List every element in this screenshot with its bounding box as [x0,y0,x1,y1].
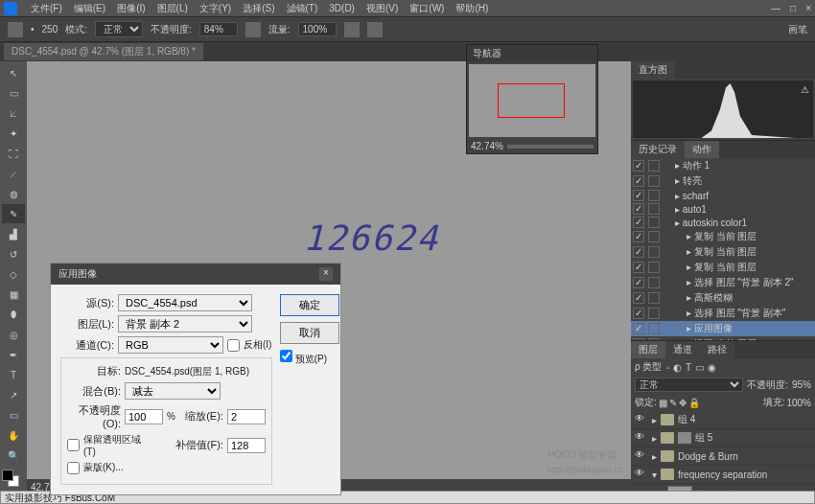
dlg-opacity-input[interactable] [125,409,163,424]
menu-window[interactable]: 窗口(W) [404,0,450,17]
path-tool[interactable]: ↗ [2,385,25,404]
action-item[interactable]: ✓▸ autoskin color1 [631,216,815,229]
blend-mode-select[interactable]: 正常 [95,21,143,37]
flow-input[interactable] [298,22,337,36]
visibility-icon[interactable]: 👁 [635,431,648,445]
preview-checkbox[interactable] [280,350,292,362]
pen-tool[interactable]: ✒ [2,345,25,364]
eraser-tool[interactable]: ◇ [2,264,25,284]
lasso-tool[interactable]: ⟀ [2,103,25,123]
document-tab[interactable]: DSC_4554.psd @ 42.7% (图层 1, RGB/8) * [4,43,203,60]
source-select[interactable]: DSC_4554.psd [118,294,252,311]
blend-select[interactable]: 减去 [125,382,221,400]
eyedropper-tool[interactable]: ⟋ [2,164,25,183]
menu-help[interactable]: 帮助(H) [450,0,494,17]
menu-filter[interactable]: 滤镜(T) [281,0,324,17]
layer-row[interactable]: 👁▸Dodge & Burn [631,447,815,466]
lock-position-icon[interactable]: ✥ [679,398,687,408]
heal-tool[interactable]: ◍ [2,184,25,203]
tab-history[interactable]: 历史记录 [631,141,685,158]
invert-checkbox[interactable] [227,339,240,352]
brush-icon[interactable] [8,22,23,37]
menu-edit[interactable]: 编辑(E) [68,0,111,17]
window-maximize[interactable]: □ [790,3,796,13]
crop-tool[interactable]: ⛶ [2,144,25,163]
menu-type[interactable]: 文字(Y) [194,0,237,17]
color-swatch[interactable] [2,470,21,487]
layer-fill[interactable]: 100% [786,398,811,408]
hand-tool[interactable]: ✋ [2,425,25,445]
action-item[interactable]: ✓▸ 动作 1 [631,158,815,173]
move-tool[interactable]: ↖ [2,63,25,82]
action-item[interactable]: ✓▸ 设置 当前 图层 [631,336,815,340]
lock-transparent-icon[interactable]: ▦ [659,398,667,408]
menu-image[interactable]: 图像(I) [111,0,151,17]
visibility-icon[interactable]: 👁 [635,449,648,463]
marquee-tool[interactable]: ▭ [2,83,25,103]
stamp-tool[interactable]: ▟ [2,224,25,243]
navigator-panel[interactable]: 导航器 42.74% [466,44,598,154]
pressure-opacity-icon[interactable] [245,22,261,37]
menu-view[interactable]: 视图(V) [361,0,404,17]
opacity-input[interactable] [199,22,238,36]
airbrush-icon[interactable] [344,22,360,37]
zoom-tool[interactable]: 🔍 [2,446,25,465]
window-minimize[interactable]: — [771,3,780,13]
offset-label: 补偿值(F): [173,438,223,452]
menu-select[interactable]: 选择(S) [237,0,280,17]
action-item[interactable]: ✓▸ 应用图像 [631,321,815,336]
history-brush-tool[interactable]: ↺ [2,244,25,263]
scale-label: 缩放(E): [179,409,223,424]
cancel-button[interactable]: 取消 [280,322,339,344]
menu-file[interactable]: 文件(F) [25,0,68,17]
lock-all-icon[interactable]: 🔒 [688,398,700,408]
visibility-icon[interactable]: 👁 [635,468,648,481]
dodge-tool[interactable]: ◎ [2,325,25,344]
action-item[interactable]: ✓▸ scharf [631,189,815,202]
channel-select[interactable]: RGB [118,336,223,354]
tab-channels[interactable]: 通道 [665,341,700,358]
layer-opacity[interactable]: 95% [792,379,811,390]
navigator-zoom[interactable]: 42.74% [471,141,503,151]
offset-input[interactable] [227,438,266,453]
blur-tool[interactable]: ⬮ [2,305,25,324]
navigator-viewport[interactable] [498,83,565,118]
wand-tool[interactable]: ✦ [2,124,25,143]
shape-tool[interactable]: ▭ [2,405,25,424]
action-item[interactable]: ✓▸ auto1 [631,202,815,216]
ok-button[interactable]: 确定 [280,294,339,316]
menu-3d[interactable]: 3D(D) [323,1,361,15]
visibility-icon[interactable]: 👁 [635,413,648,426]
scale-input[interactable] [227,409,266,424]
navigator-preview[interactable] [469,64,595,137]
panel-toggle[interactable]: 画笔 [788,23,807,36]
tab-histogram[interactable]: 直方图 [631,61,675,79]
action-item[interactable]: ✓▸ 复制 当前 图层 [631,260,815,275]
action-item[interactable]: ✓▸ 选择 图层 "背景 副本 2" [631,275,815,290]
action-item[interactable]: ✓▸ 选择 图层 "背景 副本" [631,306,815,321]
lock-paint-icon[interactable]: ✎ [669,398,677,408]
tab-actions[interactable]: 动作 [685,141,719,158]
action-item[interactable]: ✓▸ 复制 当前 图层 [631,244,815,260]
layer-row[interactable]: 👁▾frequency separation [631,466,815,484]
menu-layer[interactable]: 图层(L) [151,0,194,17]
layer-blend-select[interactable]: 正常 [635,378,743,392]
gradient-tool[interactable]: ▦ [2,285,25,304]
tab-layers[interactable]: 图层 [631,341,665,358]
action-item[interactable]: ✓▸ 转亮 [631,173,815,189]
layer-row[interactable]: 👁▸组 4 [631,411,815,429]
close-icon[interactable]: × [319,267,333,281]
preserve-checkbox[interactable] [67,439,80,451]
mask-checkbox[interactable] [67,462,80,474]
window-close[interactable]: × [805,3,811,13]
brush-tool[interactable]: ✎ [2,204,25,223]
pressure-size-icon[interactable] [367,22,383,37]
tab-paths[interactable]: 路径 [700,341,734,358]
type-tool[interactable]: T [2,365,25,384]
action-item[interactable]: ✓▸ 复制 当前 图层 [631,229,815,244]
layer-row[interactable]: 👁▸组 5 [631,429,815,447]
layer-filter[interactable]: ρ 类型 [635,360,662,374]
layer-select[interactable]: 背景 副本 2 [118,315,252,332]
action-item[interactable]: ✓▸ 高斯模糊 [631,290,815,306]
warning-icon[interactable]: ⚠ [801,84,809,95]
